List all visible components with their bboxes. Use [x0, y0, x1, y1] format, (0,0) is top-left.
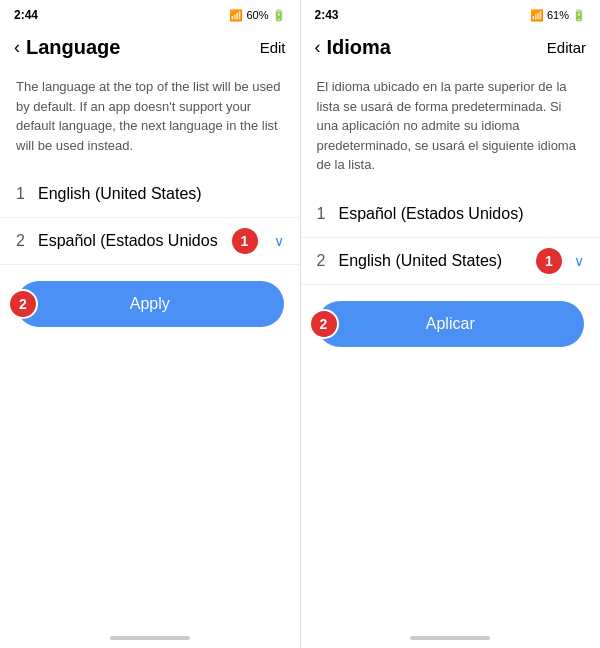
- left-home-indicator: [0, 626, 300, 648]
- right-battery-text: 61%: [547, 9, 569, 21]
- left-status-bar: 2:44 📶 60% 🔋: [0, 0, 300, 28]
- left-home-bar: [110, 636, 190, 640]
- left-annotation-2: 2: [8, 289, 38, 319]
- right-apply-button[interactable]: Aplicar: [317, 301, 585, 347]
- left-annotation-1: 1: [230, 226, 260, 256]
- right-lang-name-1: Español (Estados Unidos): [339, 205, 585, 223]
- right-battery-icon: 🔋: [572, 9, 586, 22]
- left-back-button[interactable]: ‹: [14, 37, 20, 58]
- right-apply-area: 2 Aplicar: [301, 285, 601, 363]
- right-annotation-2: 2: [309, 309, 339, 339]
- right-lang-item-2: 2 English (United States) ∨ 1: [301, 238, 601, 285]
- right-description: El idioma ubicado en la parte superior d…: [301, 67, 601, 189]
- left-apply-area: 2 Apply: [0, 265, 300, 343]
- chevron-down-icon-right: ∨: [574, 253, 584, 269]
- left-status-time: 2:44: [14, 8, 38, 22]
- right-back-button[interactable]: ‹: [315, 37, 321, 58]
- right-lang-number-1: 1: [317, 205, 339, 223]
- left-battery-text: 60%: [246, 9, 268, 21]
- right-phone-panel: 2:43 📶 61% 🔋 ‹ Idioma Editar El idioma u…: [300, 0, 601, 648]
- left-status-icons: 📶 60% 🔋: [229, 9, 285, 22]
- signal-icon: 📶: [229, 9, 243, 22]
- right-lang-number-2: 2: [317, 252, 339, 270]
- left-lang-name-1: English (United States): [38, 185, 284, 203]
- left-language-list: 1 English (United States) 2 Español (Est…: [0, 171, 300, 265]
- left-lang-item-1: 1 English (United States): [0, 171, 300, 218]
- right-nav-bar: ‹ Idioma Editar: [301, 28, 601, 67]
- battery-icon: 🔋: [272, 9, 286, 22]
- right-status-bar: 2:43 📶 61% 🔋: [301, 0, 601, 28]
- left-page-title: Language: [26, 36, 260, 59]
- left-apply-button[interactable]: Apply: [16, 281, 284, 327]
- right-language-list: 1 Español (Estados Unidos) 2 English (Un…: [301, 191, 601, 285]
- right-signal-icon: 📶: [530, 9, 544, 22]
- left-phone-panel: 2:44 📶 60% 🔋 ‹ Language Edit The languag…: [0, 0, 300, 648]
- left-edit-button[interactable]: Edit: [260, 39, 286, 56]
- right-home-bar: [410, 636, 490, 640]
- left-lang-item-2: 2 Español (Estados Unidos ∨ 1: [0, 218, 300, 265]
- right-status-time: 2:43: [315, 8, 339, 22]
- right-edit-button[interactable]: Editar: [547, 39, 586, 56]
- right-status-icons: 📶 61% 🔋: [530, 9, 586, 22]
- left-lang-number-2: 2: [16, 232, 38, 250]
- chevron-down-icon-left: ∨: [274, 233, 284, 249]
- left-lang-number-1: 1: [16, 185, 38, 203]
- right-annotation-1: 1: [534, 246, 564, 276]
- left-description: The language at the top of the list will…: [0, 67, 300, 169]
- right-lang-item-1: 1 Español (Estados Unidos): [301, 191, 601, 238]
- right-page-title: Idioma: [327, 36, 547, 59]
- right-home-indicator: [301, 626, 601, 648]
- left-nav-bar: ‹ Language Edit: [0, 28, 300, 67]
